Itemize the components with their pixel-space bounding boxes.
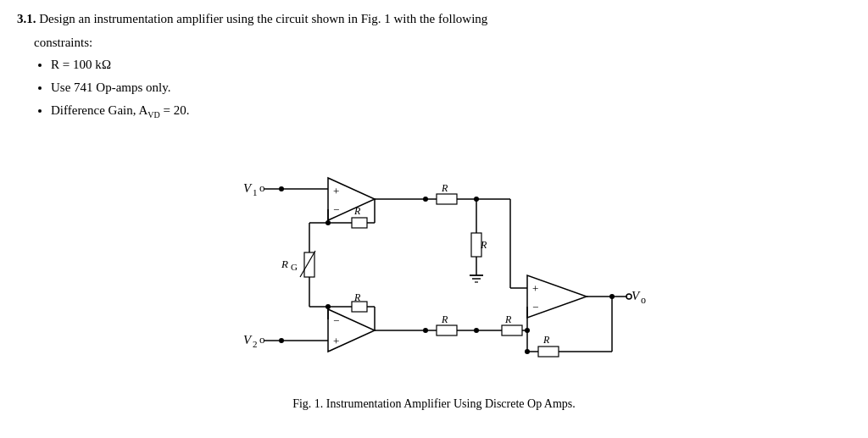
svg-rect-53 xyxy=(437,325,457,335)
svg-text:1: 1 xyxy=(253,187,258,197)
constraint-r: R = 100 kΩ xyxy=(51,53,851,76)
svg-rect-81 xyxy=(502,325,522,335)
problem-text-body: Design an instrumentation amplifier usin… xyxy=(39,12,487,25)
svg-text:R: R xyxy=(441,313,448,325)
svg-rect-48 xyxy=(437,194,457,204)
svg-text:R: R xyxy=(504,313,512,325)
constraints-list: R = 100 kΩ Use 741 Op-amps only. Differe… xyxy=(51,53,851,123)
svg-text:+: + xyxy=(333,185,339,197)
constraint-gain: Difference Gain, AVD = 20. xyxy=(51,99,851,123)
svg-text:2: 2 xyxy=(253,339,258,349)
svg-text:G: G xyxy=(291,262,298,272)
svg-text:+: + xyxy=(333,335,339,347)
svg-text:R: R xyxy=(353,205,361,217)
circuit-diagram: + − + − + − V 1 o xyxy=(17,131,851,411)
svg-text:R: R xyxy=(281,258,288,270)
svg-text:−: − xyxy=(333,314,339,327)
problem-container: 3.1. Design an instrumentation amplifier… xyxy=(17,8,851,411)
constraints-label: constraints: xyxy=(34,36,851,50)
svg-rect-43 xyxy=(304,252,314,277)
figure-caption: Fig. 1. Instrumentation Amplifier Using … xyxy=(292,397,576,411)
svg-text:R: R xyxy=(353,291,361,303)
svg-text:o: o xyxy=(259,333,265,346)
problem-number: 3.1. xyxy=(17,12,36,25)
svg-text:V: V xyxy=(632,289,641,302)
circuit-svg: + − + − + − V 1 o xyxy=(197,131,671,394)
svg-text:R: R xyxy=(441,182,448,194)
constraint-opamp: Use 741 Op-amps only. xyxy=(51,76,851,99)
svg-text:−: − xyxy=(532,301,538,313)
svg-text:o: o xyxy=(259,181,265,194)
svg-text:R: R xyxy=(480,239,487,251)
svg-text:V: V xyxy=(243,333,253,347)
svg-text:−: − xyxy=(333,203,339,216)
svg-text:+: + xyxy=(532,282,538,295)
svg-text:V: V xyxy=(243,181,253,195)
svg-text:o: o xyxy=(641,294,646,306)
svg-text:R: R xyxy=(542,334,550,346)
svg-point-84 xyxy=(525,328,530,333)
svg-rect-27 xyxy=(352,218,367,228)
svg-rect-75 xyxy=(538,347,559,357)
problem-statement: 3.1. Design an instrumentation amplifier… xyxy=(17,8,851,29)
